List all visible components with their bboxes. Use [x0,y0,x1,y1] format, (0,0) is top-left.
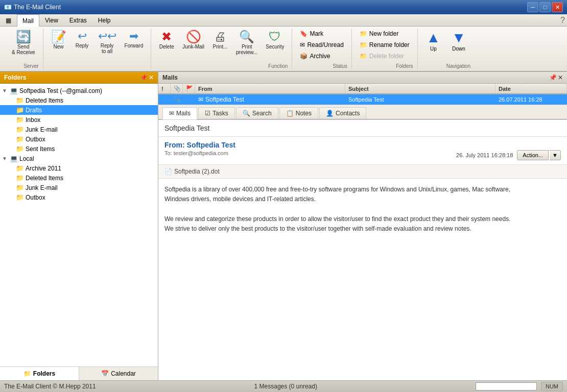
col-header-flag[interactable]: 🚩 [183,84,195,93]
tasks-tab-label: Tasks [212,110,228,117]
tab-search[interactable]: 🔍 Search [236,107,278,119]
junk-mail-button[interactable]: 🚫 Junk-Mail [179,29,208,52]
preview-action: Action... ▼ [517,150,561,160]
preview-meta: To: tester@softpedia.com 26. July 2011 1… [158,150,567,165]
new-button[interactable]: 📝 New [48,29,70,52]
maximize-button[interactable]: □ [539,2,551,12]
navigation-group-label: Navigation [446,62,470,69]
title-bar: 📧 The E-Mail Client ─ □ ✕ [0,0,567,14]
tab-mails[interactable]: ✉ Mails [162,107,197,119]
from-icon: ✉ [198,96,203,103]
tree-item-drafts[interactable]: 📁 Drafts [0,105,158,115]
folder-label-junk2: Junk E-mail [26,184,58,191]
status-num-lock: NUM [541,382,563,391]
tree-item-archive2011[interactable]: 📁 Archive 2011 [0,163,158,173]
mails-panel-close[interactable]: ✕ [558,74,563,81]
close-button[interactable]: ✕ [552,2,563,12]
rename-folder-button[interactable]: 📁 Rename folder [356,40,413,50]
folder-icon-junk1: 📁 [16,126,24,133]
mails-panel: Mails 📌 ✕ ! 📎 🚩 From Subject Date 📎 [158,72,567,380]
folder-icon-deleted1: 📁 [16,96,24,104]
folder-label-outbox2: Outbox [26,194,45,201]
contacts-tab-label: Contacts [336,110,360,117]
print-preview-button[interactable]: 🔍 Printpreview... [232,29,261,57]
folders-group-label: Folders [396,62,413,69]
nav-down-button[interactable]: ▼ Down [447,29,470,54]
send-receive-button[interactable]: 🔄 Send& Receive [8,29,39,57]
tree-item-deleted1[interactable]: 📁 Deleted Items [0,95,158,105]
reply-label: Reply [76,43,89,48]
menu-app-icon[interactable]: ▦ [0,14,17,26]
rename-folder-icon: 📁 [360,41,367,48]
folders-panel-header: Folders 📌 ✕ [0,72,158,84]
mark-button[interactable]: 🔖 Mark [296,29,347,39]
mail-table-header: ! 📎 🚩 From Subject Date [158,84,567,94]
status-group-label: Status [333,62,347,69]
calendar-tab-label: Calendar [111,370,136,377]
tab-tasks[interactable]: ☑ Tasks [198,107,235,119]
account-icon-local: 💻 [10,155,18,162]
menu-tab-help[interactable]: Help [92,14,116,26]
mails-panel-pin[interactable]: 📌 [549,74,557,81]
col-header-from[interactable]: From [195,84,345,93]
col-header-subject[interactable]: Subject [345,84,495,93]
bottom-tab-calendar[interactable]: 📅 Calendar [79,367,158,380]
reply-all-button[interactable]: ↩↩ Replyto all [94,29,120,56]
nav-arrows: ▲ Up ▼ Down [422,29,470,54]
tab-notes[interactable]: 📋 Notes [279,107,318,119]
folders-panel-close[interactable]: ✕ [149,74,154,81]
tree-item-junk2[interactable]: 📁 Junk E-mail [0,183,158,192]
tree-item-deleted2[interactable]: 📁 Deleted Items [0,173,158,183]
delete-folder-button[interactable]: 📁 Delete folder [356,51,413,61]
status-search-input[interactable] [476,382,537,390]
read-unread-button[interactable]: ✉ Read/Unread [296,40,347,50]
action-dropdown[interactable]: ▼ [550,150,561,160]
print-button[interactable]: 🖨 Print... [209,29,231,52]
folder-label-junk1: Junk E-mail [26,126,58,133]
col-header-importance[interactable]: ! [158,84,171,93]
delete-button[interactable]: ✖ Delete [155,29,178,52]
folders-panel-pin[interactable]: 📌 [140,74,148,81]
tree-item-softpedia[interactable]: ▼ 💻 Softpedia Test (--@gmail.com) [0,86,158,95]
bottom-tab-folders[interactable]: 📁 Folders [0,367,79,380]
forward-label: Forward [125,43,144,48]
tree-item-sent1[interactable]: 📁 Sent Items [0,144,158,154]
folder-icon-outbox1: 📁 [16,135,24,143]
menu-tab-extras[interactable]: Extras [64,14,92,26]
mails-panel-header: Mails 📌 ✕ [158,72,567,84]
preview-attachment: 📄 Softpedia (2).dot [158,165,567,179]
forward-button[interactable]: ➡ Forward [121,29,147,51]
mail-row[interactable]: 📎 ✉ Softpedia Test Softpedia Test 26.07.… [158,94,567,105]
menu-tab-view[interactable]: View [39,14,64,26]
junk-mail-icon: 🚫 [186,31,201,43]
tasks-tab-icon: ☑ [205,110,210,117]
new-folder-button[interactable]: 📁 New folder [356,29,413,39]
expander-local: ▼ [2,156,8,161]
minimize-button[interactable]: ─ [527,2,538,12]
col-header-date[interactable]: Date [495,84,567,93]
menu-tab-mail[interactable]: Mail [17,14,39,27]
security-label: Security [266,44,284,50]
ribbon-group-navigation: ▲ Up ▼ Down Navigation [418,29,475,69]
tree-item-outbox2[interactable]: 📁 Outbox [0,192,158,202]
contacts-tab-icon: 👤 [326,110,334,117]
new-icon: 📝 [51,31,66,43]
ribbon-group-server: 🔄 Send& Receive Server [4,29,43,69]
tree-item-junk1[interactable]: 📁 Junk E-mail [0,125,158,134]
tree-item-outbox1[interactable]: 📁 Outbox [0,134,158,144]
archive-button[interactable]: 📦 Archive [296,51,347,61]
tree-item-inbox[interactable]: 📁 Inbox [0,115,158,125]
status-middle: 1 Messages (0 unread) [254,383,317,390]
mail-cell-attachment: 📎 [171,94,183,105]
col-header-attachment[interactable]: 📎 [171,84,183,93]
security-button[interactable]: 🛡 Security [262,29,288,52]
tree-item-local[interactable]: ▼ 💻 Local [0,154,158,163]
action-button[interactable]: Action... [517,150,549,160]
reply-button[interactable]: ↩ Reply [71,29,93,51]
folder-icon-inbox: 📁 [16,116,24,124]
delete-folder-icon: 📁 [360,53,367,60]
nav-up-button[interactable]: ▲ Up [422,29,445,54]
tab-contacts[interactable]: 👤 Contacts [319,107,366,119]
ribbon-group-function: ✖ Delete 🚫 Junk-Mail 🖨 Print... 🔍 Printp… [151,29,292,69]
up-arrow-icon: ▲ [427,31,441,45]
